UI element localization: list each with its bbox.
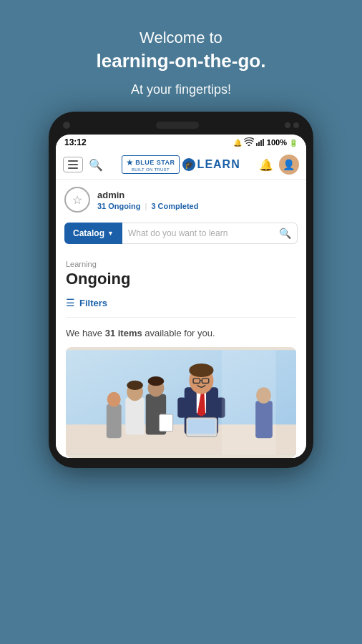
nav-right-area: 🔔 👤	[259, 155, 299, 175]
search-bar-row: Catalog ▼ What do you want to learn 🔍	[56, 217, 306, 251]
star-icon: ★	[126, 157, 134, 167]
filter-lines-icon: ☰	[66, 297, 75, 308]
learn-logo: 🎓 LEARN	[182, 158, 240, 171]
svg-point-23	[148, 376, 165, 386]
svg-point-20	[127, 381, 143, 390]
user-details: admin 31 Ongoing | 3 Completed	[97, 190, 198, 210]
search-input-wrap[interactable]: What do you want to learn 🔍	[122, 223, 298, 244]
catalog-button[interactable]: Catalog ▼	[64, 223, 122, 244]
blue-star-logo: ★ BLUE STAR BUILT ON TRUST	[122, 155, 179, 174]
svg-rect-0	[256, 143, 258, 146]
search-magnify-icon[interactable]: 🔍	[279, 228, 291, 239]
search-icon[interactable]: 🔍	[89, 158, 103, 172]
status-icons: 🔔 100% 🔋	[233, 137, 298, 147]
top-nav: 🔍 ★ BLUE STAR BUILT ON TRUST 🎓 LEARN 🔔	[56, 150, 306, 180]
bell-icon[interactable]: 🔔	[259, 158, 273, 172]
learn-cap-icon: 🎓	[182, 158, 195, 171]
stat-divider: |	[145, 202, 147, 210]
menu-button[interactable]	[63, 157, 83, 172]
logo-area: ★ BLUE STAR BUILT ON TRUST 🎓 LEARN	[122, 155, 240, 174]
catalog-label: Catalog	[73, 228, 104, 238]
items-post: available for you.	[142, 328, 215, 338]
blue-star-text: BLUE STAR	[135, 159, 175, 166]
items-available-text: We have 31 items available for you.	[66, 328, 296, 338]
battery-symbol: 🔋	[289, 139, 298, 147]
filters-row[interactable]: ☰ Filters	[66, 297, 296, 318]
search-placeholder[interactable]: What do you want to learn	[128, 228, 279, 238]
course-card[interactable]	[66, 347, 296, 458]
battery-icon: 100%	[267, 138, 287, 147]
svg-rect-1	[258, 142, 260, 146]
phone-frame: 13:12 🔔 100% 🔋	[49, 112, 313, 468]
welcome-line: Welcome to	[97, 29, 266, 47]
phone-camera	[63, 122, 70, 129]
phone-sensors	[285, 122, 299, 128]
logo-star-row: ★ BLUE STAR	[126, 157, 175, 167]
items-count: 31 items	[105, 328, 142, 338]
svg-rect-25	[107, 404, 122, 438]
filters-label[interactable]: Filters	[79, 298, 107, 308]
content-area: Learning Ongoing ☰ Filters We have 31 it…	[56, 251, 306, 458]
section-label: Learning	[66, 260, 296, 268]
phone-hardware-bar	[56, 122, 306, 135]
svg-rect-29	[222, 350, 276, 455]
status-bar: 13:12 🔔 100% 🔋	[56, 135, 306, 150]
user-name: admin	[97, 190, 198, 200]
completed-count: 3	[151, 202, 155, 210]
svg-rect-3	[263, 139, 264, 146]
status-time: 13:12	[64, 137, 87, 147]
svg-point-10	[189, 364, 213, 377]
phone-screen: 13:12 🔔 100% 🔋	[56, 135, 306, 458]
avatar[interactable]: 👤	[279, 155, 299, 175]
learn-text: LEARN	[197, 158, 240, 171]
tagline: learning-on-the-go.	[97, 50, 266, 72]
ongoing-stat[interactable]: 31 Ongoing	[97, 202, 141, 210]
section-title: Ongoing	[66, 270, 296, 288]
user-stats: 31 Ongoing | 3 Completed	[97, 202, 198, 210]
signal-icon	[256, 137, 265, 147]
course-image	[66, 347, 296, 458]
wifi-icon	[244, 137, 254, 147]
items-pre: We have	[66, 328, 105, 338]
svg-rect-14	[177, 397, 185, 417]
svg-point-26	[107, 392, 121, 407]
svg-rect-17	[187, 419, 215, 434]
alarm-icon: 🔔	[233, 139, 242, 147]
svg-rect-24	[160, 414, 173, 431]
svg-rect-18	[125, 397, 145, 434]
user-star-badge: ☆	[64, 187, 90, 213]
built-on-trust-text: BUILT ON TRUST	[132, 167, 170, 172]
svg-rect-2	[260, 140, 262, 146]
ongoing-count: 31	[97, 202, 106, 210]
subtitle: At your fingertips!	[97, 82, 266, 97]
completed-stat[interactable]: 3 Completed	[151, 202, 198, 210]
chevron-down-icon: ▼	[107, 230, 114, 237]
phone-speaker	[156, 122, 199, 129]
user-info-row: ☆ admin 31 Ongoing | 3 Completed	[56, 180, 306, 217]
page-header: Welcome to learning-on-the-go. At your f…	[82, 0, 280, 112]
